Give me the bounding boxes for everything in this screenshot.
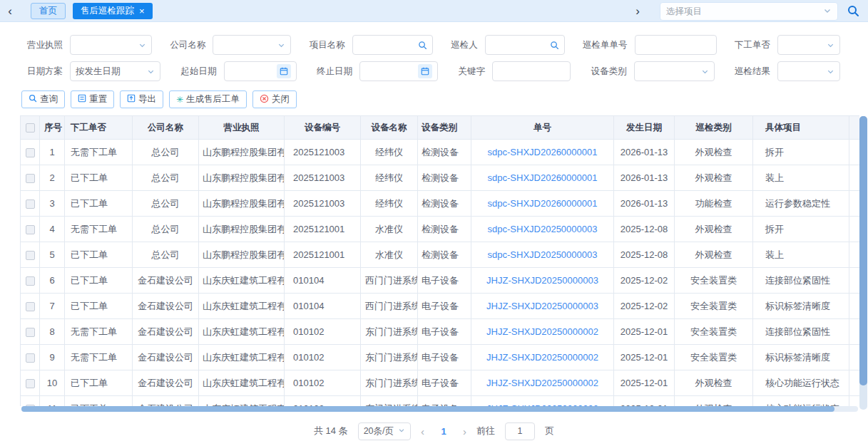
chevron-down-icon	[138, 41, 146, 49]
order-number-link[interactable]: JHJZ-SHXJD20250000002	[486, 326, 598, 337]
row-checkbox[interactable]	[26, 379, 35, 388]
workorder-select[interactable]	[777, 35, 840, 55]
cell-extra	[849, 165, 860, 191]
vertical-scrollbar[interactable]	[859, 116, 867, 410]
cell-device_type: 电子设备	[418, 294, 471, 319]
order-number-link[interactable]: sdpc-SHXJD20250000003	[488, 249, 598, 260]
prev-page-button[interactable]: ‹	[421, 425, 424, 437]
cell-license: 山东鹏程控股集团有限公司	[199, 140, 285, 165]
cell-category: 安全装置类	[675, 319, 753, 345]
toolbar: 查询 重置 导出 ✳ 生成售后工单 关闭	[21, 90, 297, 108]
row-checkbox[interactable]	[26, 199, 35, 209]
cell-order_no: JHJZ-SHXJD20250000002	[471, 345, 614, 370]
company-select[interactable]	[213, 35, 291, 55]
row-checkbox[interactable]	[26, 174, 35, 183]
cell-extra	[849, 294, 860, 319]
column-header: 设备名称	[361, 116, 418, 140]
cell-date: 2026-01-13	[614, 165, 675, 191]
horizontal-scrollbar-thumb[interactable]	[21, 406, 834, 412]
device-type-select[interactable]	[634, 61, 715, 81]
select-all-checkbox[interactable]	[26, 123, 35, 133]
cell-work_order: 已下工单	[65, 165, 133, 191]
close-button[interactable]: 关闭	[252, 90, 297, 108]
cell-extra	[849, 140, 860, 165]
next-page-button[interactable]: ›	[463, 425, 466, 437]
project-name-label: 项目名称	[310, 39, 345, 51]
goto-page-input[interactable]: 1	[505, 422, 535, 440]
order-number-link[interactable]: sdpc-SHXJD20260000001	[488, 172, 598, 183]
cell-license: 山东庆虹建筑工程有限公司	[199, 396, 285, 407]
cell-work_order: 已下工单	[65, 242, 133, 268]
cell-device_name: 经纬仪	[361, 165, 418, 191]
row-checkbox[interactable]	[26, 302, 35, 311]
cell-extra	[849, 370, 860, 396]
chevron-down-icon	[823, 5, 832, 18]
inspection-table: 序号下工单否公司名称营业执照设备编号设备名称设备类别单号发生日期巡检类别具体项目…	[20, 115, 859, 406]
search-icon[interactable]	[847, 5, 859, 20]
cell-no: 2	[40, 165, 65, 191]
project-select[interactable]: 选择项目	[660, 2, 838, 21]
row-checkbox[interactable]	[26, 328, 35, 337]
close-tab-icon[interactable]: ×	[139, 6, 145, 16]
cell-extra	[849, 242, 860, 268]
current-page[interactable]: 1	[434, 426, 453, 437]
row-checkbox[interactable]	[26, 148, 35, 157]
generate-work-order-button[interactable]: ✳ 生成售后工单	[169, 90, 247, 108]
cell-order_no: sdpc-SHXJD20260000001	[471, 165, 614, 191]
order-number-link[interactable]: JHJZ-SHXJD20250000002	[486, 352, 598, 363]
cell-category: 安全装置类	[675, 345, 753, 370]
start-date-input[interactable]	[224, 61, 297, 81]
license-select[interactable]	[70, 35, 152, 55]
tabs-scroll-left-icon[interactable]: ‹	[3, 5, 17, 17]
cell-item: 标识标签清晰度	[753, 345, 849, 370]
cell-item: 拆开	[753, 140, 849, 165]
result-select[interactable]	[777, 61, 840, 81]
cell-no: 8	[40, 319, 65, 345]
keyword-input[interactable]	[492, 61, 571, 81]
cell-no: 1	[40, 140, 65, 165]
cell-category: 安全装置类	[675, 294, 753, 319]
row-checkbox[interactable]	[26, 251, 35, 260]
reset-button[interactable]: 重置	[71, 90, 114, 108]
order-no-input[interactable]	[635, 35, 717, 55]
order-number-link[interactable]: JHJZ-SHXJD20250000002	[486, 378, 598, 388]
table-row: 4无需下工单总公司山东鹏程控股集团有限公司2025121001水准仪检测设备sd…	[21, 217, 860, 242]
order-no-label: 巡检单单号	[583, 39, 628, 51]
date-plan-select[interactable]: 按发生日期	[70, 61, 160, 81]
order-number-link[interactable]: sdpc-SHXJD20260000001	[488, 147, 598, 157]
calendar-icon[interactable]	[277, 64, 291, 78]
vertical-scrollbar-thumb[interactable]	[859, 116, 867, 385]
cell-extra	[849, 396, 860, 407]
cell-company: 总公司	[133, 165, 199, 191]
row-checkbox[interactable]	[26, 353, 35, 363]
tabs-scroll-right-icon[interactable]: ›	[630, 5, 645, 17]
cell-license: 山东庆虹建筑工程有限公司	[199, 294, 285, 319]
row-checkbox[interactable]	[26, 225, 35, 234]
end-date-input[interactable]	[359, 61, 438, 81]
tab-home[interactable]: 首页	[31, 3, 66, 19]
project-select-placeholder: 选择项目	[666, 6, 823, 18]
table-row: 7已下工单金石建设公司山东庆虹建筑工程有限公司010104西门门进系统电子设备J…	[21, 294, 860, 319]
cell-license: 山东鹏程控股集团有限公司	[199, 191, 285, 217]
cell-device_name: 西门门进系统	[361, 294, 418, 319]
tab-inspection-tracking[interactable]: 售后巡检跟踪 ×	[73, 3, 153, 19]
order-number-link[interactable]: sdpc-SHXJD20250000003	[488, 224, 598, 234]
table-row: 1无需下工单总公司山东鹏程控股集团有限公司2025121003经纬仪检测设备sd…	[21, 140, 860, 165]
horizontal-scrollbar[interactable]	[21, 406, 858, 412]
total-count: 共 14 条	[314, 425, 348, 437]
project-name-input[interactable]	[352, 35, 433, 55]
export-button-label: 导出	[138, 93, 156, 105]
order-number-link[interactable]: JHJZ-SHXJD20250000003	[486, 301, 598, 311]
order-number-link[interactable]: JHJZ-SHXJD20250000003	[486, 275, 598, 286]
page-size-select[interactable]: 20条/页	[358, 422, 411, 440]
calendar-icon[interactable]	[418, 64, 432, 78]
search-icon	[29, 94, 37, 105]
inspector-input[interactable]	[485, 35, 565, 55]
export-button[interactable]: 导出	[120, 90, 163, 108]
order-number-link[interactable]: sdpc-SHXJD20260000001	[488, 198, 598, 209]
filter-end-date: 终止日期	[317, 61, 438, 81]
query-button[interactable]: 查询	[21, 90, 65, 108]
search-icon[interactable]	[418, 41, 427, 50]
row-checkbox[interactable]	[26, 276, 35, 286]
search-icon[interactable]	[550, 41, 559, 50]
